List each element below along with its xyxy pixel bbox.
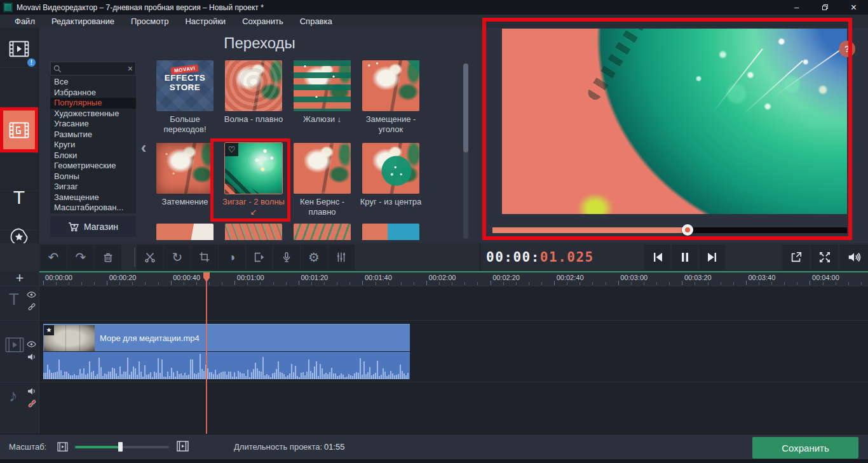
- video-track-mute-button[interactable]: [27, 352, 36, 363]
- menu-item-1[interactable]: Файл: [6, 15, 43, 28]
- store-button[interactable]: Магазин: [50, 216, 136, 237]
- minimize-button[interactable]: –: [782, 0, 811, 15]
- close-button[interactable]: ×: [839, 0, 868, 15]
- seek-bar[interactable]: [492, 227, 847, 233]
- record-voice-button[interactable]: [273, 245, 300, 270]
- fullscreen-button[interactable]: [811, 245, 838, 270]
- tile-partial[interactable]: [225, 224, 282, 240]
- transition-tile-blinds[interactable]: Жалюзи ↓: [294, 60, 351, 124]
- category-item[interactable]: Блоки: [50, 151, 136, 161]
- title-track-link-button[interactable]: [27, 302, 36, 314]
- ruler-tick: [721, 282, 721, 285]
- audio-track-unlink-button[interactable]: [27, 399, 37, 411]
- zoom-out-film-icon[interactable]: [57, 442, 68, 454]
- tile-thumbnail[interactable]: [362, 143, 419, 194]
- zoom-slider-handle[interactable]: [118, 442, 123, 452]
- transition-tile-corner[interactable]: Замещение - уголок: [362, 60, 419, 135]
- category-item[interactable]: Зигзаг: [50, 182, 136, 192]
- category-item[interactable]: Художественные: [50, 109, 136, 119]
- collapse-panel-arrow[interactable]: ‹: [138, 135, 149, 160]
- category-item[interactable]: Размытие: [50, 130, 136, 140]
- transition-tile-circle[interactable]: Круг - из центра: [362, 143, 419, 207]
- save-button[interactable]: Сохранить: [752, 437, 858, 459]
- video-track-visibility-button[interactable]: [27, 339, 36, 351]
- detach-player-button[interactable]: [782, 245, 810, 270]
- scrollbar-thumb[interactable]: [463, 64, 468, 152]
- volume-button[interactable]: [839, 245, 868, 270]
- category-item[interactable]: Геометрические: [50, 161, 136, 171]
- tile-thumbnail[interactable]: ♡: [225, 143, 282, 194]
- category-item[interactable]: Популярные: [50, 98, 136, 109]
- category-item[interactable]: Круги: [50, 140, 136, 151]
- menu-item-2[interactable]: Редактирование: [43, 15, 123, 28]
- tile-partial[interactable]: [156, 224, 214, 240]
- menu-item-5[interactable]: Сохранить: [234, 15, 292, 28]
- restore-button[interactable]: [811, 0, 839, 15]
- previous-frame-button[interactable]: [644, 245, 670, 270]
- add-track-button[interactable]: +: [0, 271, 39, 285]
- search-input[interactable]: [64, 64, 128, 74]
- external-window-icon: [790, 251, 803, 264]
- menu-item-6[interactable]: Справка: [292, 15, 341, 28]
- transition-tile-kenburns[interactable]: Кен Бернс - плавно: [294, 143, 351, 217]
- split-button[interactable]: [137, 245, 163, 270]
- category-item[interactable]: Масштабирован...: [50, 203, 136, 213]
- category-item[interactable]: Избранное: [50, 88, 136, 98]
- tile-thumbnail[interactable]: [225, 60, 282, 111]
- delete-button[interactable]: [95, 245, 121, 270]
- bottom-strip: [0, 459, 868, 463]
- pause-button[interactable]: [672, 245, 698, 270]
- rotate-button[interactable]: ↻: [164, 245, 191, 270]
- seek-handle[interactable]: [682, 224, 693, 236]
- clip-properties-button[interactable]: ⚙: [301, 245, 327, 270]
- panel-seam: [480, 243, 480, 271]
- audio-track-mute-button[interactable]: [27, 386, 36, 398]
- tile-thumbnail[interactable]: [294, 60, 351, 111]
- ruler-tick: [56, 282, 57, 285]
- ruler-tick: [554, 281, 555, 285]
- transition-tile-wave[interactable]: Волна - плавно: [225, 60, 282, 124]
- category-item[interactable]: Угасание: [50, 119, 136, 130]
- playhead-line[interactable]: [206, 272, 207, 434]
- tile-partial[interactable]: [294, 224, 351, 240]
- help-button[interactable]: ?: [839, 41, 855, 57]
- tile-thumbnail[interactable]: MOVAVIEFFECTSSTORE: [156, 60, 214, 111]
- clip-waveform[interactable]: [43, 352, 410, 379]
- category-item[interactable]: Замещение: [50, 192, 136, 203]
- transition-tile-store[interactable]: MOVAVIEFFECTSSTOREБольше переходов!: [156, 60, 214, 135]
- color-adjust-button[interactable]: ◑: [219, 245, 245, 270]
- sidebar-item-transitions[interactable]: [2, 111, 36, 149]
- transition-tile-fade[interactable]: Затемнение: [156, 143, 214, 207]
- audio-properties-button[interactable]: [328, 245, 355, 270]
- ruler-tick: [491, 281, 491, 285]
- tile-partial[interactable]: [362, 224, 419, 240]
- category-item[interactable]: Волны: [50, 171, 136, 182]
- menu-item-4[interactable]: Настройки: [177, 15, 234, 28]
- zoom-in-film-icon[interactable]: [177, 441, 189, 454]
- ruler-tick: [733, 282, 734, 285]
- next-frame-button[interactable]: [699, 245, 725, 270]
- timeline-ruler[interactable]: 00:00:0000:00:2000:00:4000:01:0000:01:20…: [0, 272, 868, 286]
- search-box[interactable]: ×: [50, 62, 136, 76]
- project-duration-label: Длительность проекта:: [234, 442, 322, 452]
- transition-tile-zigzag[interactable]: ♡Зигзаг - 2 волны ↙: [225, 143, 282, 217]
- undo-button[interactable]: ↶: [40, 245, 67, 270]
- favorite-heart-icon[interactable]: ♡: [225, 143, 238, 156]
- crop-button[interactable]: [191, 245, 218, 270]
- tile-thumbnail[interactable]: [156, 143, 214, 194]
- tile-thumbnail[interactable]: [294, 143, 351, 194]
- tile-thumbnail[interactable]: [362, 60, 419, 111]
- zoom-slider[interactable]: [75, 446, 169, 448]
- undo-icon: ↶: [48, 251, 59, 264]
- grid-scrollbar[interactable]: [463, 64, 468, 239]
- timeline-clip[interactable]: ★ Море для медитации.mp4: [43, 324, 410, 351]
- transition-wizard-button[interactable]: [246, 245, 273, 270]
- sidebar-item-titles[interactable]: T: [0, 179, 38, 216]
- clear-search-icon[interactable]: ×: [128, 64, 133, 73]
- category-item[interactable]: Все: [50, 77, 136, 88]
- title-track-visibility-button[interactable]: [27, 290, 36, 301]
- menu-item-3[interactable]: Просмотр: [123, 15, 177, 28]
- ruler-tick: [94, 282, 95, 285]
- ruler-tick: [503, 282, 504, 285]
- redo-button[interactable]: ↷: [67, 245, 94, 270]
